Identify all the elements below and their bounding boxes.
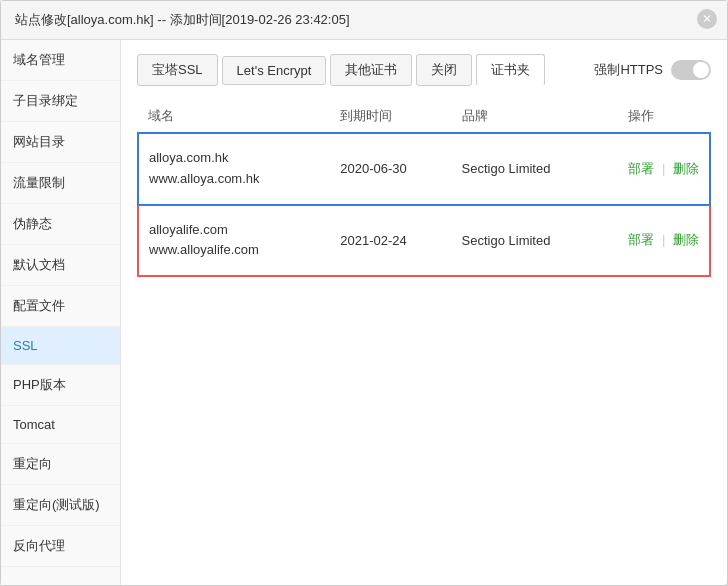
tab-baota-ssl[interactable]: 宝塔SSL xyxy=(137,54,218,86)
close-modal-button[interactable]: ✕ xyxy=(697,9,717,29)
modal-window: 站点修改[alloya.com.hk] -- 添加时间[2019-02-26 2… xyxy=(0,0,728,586)
col-header-domain: 域名 xyxy=(138,100,330,133)
sidebar-item-ssl[interactable]: SSL xyxy=(1,327,120,365)
table-row: alloyalife.comwww.alloyalife.com2021-02-… xyxy=(138,205,710,277)
sidebar-item-reverse-proxy[interactable]: 反向代理 xyxy=(1,526,120,567)
delete-btn-2[interactable]: 删除 xyxy=(673,232,699,247)
col-header-brand: 品牌 xyxy=(452,100,619,133)
action-divider: | xyxy=(658,232,669,247)
modal-title: 站点修改[alloya.com.hk] -- 添加时间[2019-02-26 2… xyxy=(15,12,350,27)
tab-other-cert[interactable]: 其他证书 xyxy=(330,54,412,86)
modal-header: 站点修改[alloya.com.hk] -- 添加时间[2019-02-26 2… xyxy=(1,1,727,40)
main-content: 宝塔SSLLet's Encrypt其他证书关闭证书夹 强制HTTPS 域名 到… xyxy=(121,40,727,585)
table-row: alloya.com.hkwww.alloya.com.hk2020-06-30… xyxy=(138,133,710,205)
sidebar-item-subdir-bind[interactable]: 子目录绑定 xyxy=(1,81,120,122)
sidebar-item-pseudo-static[interactable]: 伪静态 xyxy=(1,204,120,245)
cert-expire-1: 2020-06-30 xyxy=(330,133,451,205)
tab-cert-archive[interactable]: 证书夹 xyxy=(476,54,545,86)
cert-table: 域名 到期时间 品牌 操作 alloya.com.hkwww.alloya.co… xyxy=(137,100,711,277)
tab-bar: 宝塔SSLLet's Encrypt其他证书关闭证书夹 强制HTTPS xyxy=(137,54,711,86)
col-header-expire: 到期时间 xyxy=(330,100,451,133)
sidebar-item-default-doc[interactable]: 默认文档 xyxy=(1,245,120,286)
cert-brand-2: Sectigo Limited xyxy=(452,205,619,277)
cert-domain-2: alloyalife.comwww.alloyalife.com xyxy=(138,205,330,277)
sidebar-item-config-file[interactable]: 配置文件 xyxy=(1,286,120,327)
https-toggle-switch[interactable] xyxy=(671,60,711,80)
sidebar-item-domain-mgmt[interactable]: 域名管理 xyxy=(1,40,120,81)
tab-close[interactable]: 关闭 xyxy=(416,54,472,86)
cert-brand-1: Sectigo Limited xyxy=(452,133,619,205)
tab-lets-encrypt[interactable]: Let's Encrypt xyxy=(222,56,327,85)
cert-actions-2: 部署 | 删除 xyxy=(618,205,710,277)
deploy-btn-2[interactable]: 部署 xyxy=(628,232,654,247)
deploy-btn-1[interactable]: 部署 xyxy=(628,161,654,176)
action-divider: | xyxy=(658,161,669,176)
https-toggle-area: 强制HTTPS xyxy=(594,60,711,80)
sidebar: 域名管理子目录绑定网站目录流量限制伪静态默认文档配置文件SSLPHP版本Tomc… xyxy=(1,40,121,585)
modal-body: 域名管理子目录绑定网站目录流量限制伪静态默认文档配置文件SSLPHP版本Tomc… xyxy=(1,40,727,585)
sidebar-item-tomcat[interactable]: Tomcat xyxy=(1,406,120,444)
sidebar-item-site-dir[interactable]: 网站目录 xyxy=(1,122,120,163)
cert-expire-2: 2021-02-24 xyxy=(330,205,451,277)
sidebar-item-redirect-test[interactable]: 重定向(测试版) xyxy=(1,485,120,526)
cert-actions-1: 部署 | 删除 xyxy=(618,133,710,205)
cert-domain-1: alloya.com.hkwww.alloya.com.hk xyxy=(138,133,330,205)
delete-btn-1[interactable]: 删除 xyxy=(673,161,699,176)
https-toggle-label: 强制HTTPS xyxy=(594,61,663,79)
sidebar-item-redirect[interactable]: 重定向 xyxy=(1,444,120,485)
col-header-action: 操作 xyxy=(618,100,710,133)
sidebar-item-php-version[interactable]: PHP版本 xyxy=(1,365,120,406)
sidebar-item-traffic-limit[interactable]: 流量限制 xyxy=(1,163,120,204)
close-icon: ✕ xyxy=(702,12,712,26)
table-header-row: 域名 到期时间 品牌 操作 xyxy=(138,100,710,133)
